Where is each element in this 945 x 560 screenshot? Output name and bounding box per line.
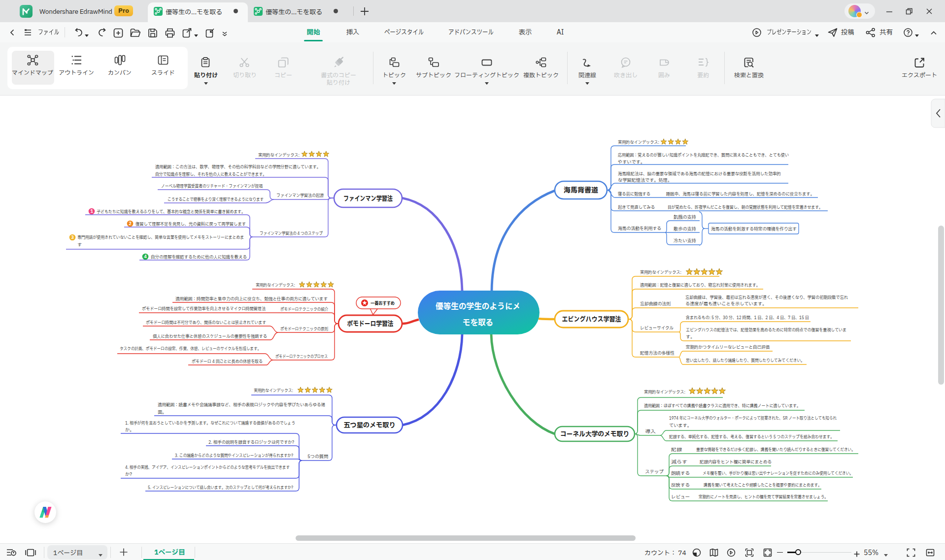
svg-text:か?: か?: [125, 471, 132, 478]
svg-text:す: す: [77, 241, 82, 248]
svg-text:レビュー: レビュー: [671, 494, 690, 500]
svg-text:2: 2: [129, 220, 132, 227]
svg-text:ポモドーロテクニックのプロセス: ポモドーロテクニックのプロセス: [275, 353, 328, 360]
svg-text:こうすることで物事をより深く理解できるようになります: こうすることで物事をより深く理解できるようになります: [168, 196, 264, 203]
svg-text:散歩の支持: 散歩の支持: [674, 226, 696, 232]
svg-text:ポモドーロテクニックの紹介: ポモドーロテクニックの紹介: [280, 306, 329, 313]
svg-text:海馬背書道: 海馬背書道: [564, 185, 598, 196]
svg-text:1: 1: [90, 208, 93, 215]
svg-text:忘却曲線は、学習後、最初は忘れる速度が速く、その後遅くなり、: 忘却曲線は、学習後、最初は忘れる速度が速く、その後遅くなり、学習の初期段階で忘れ: [685, 294, 848, 301]
svg-text:5つの質問: 5つの質問: [307, 453, 328, 460]
svg-text:含まれるもの: 5 分、30 分、12 時間、1 日、2 日: 含まれるもの: 5 分、30 分、12 時間、1 日、2 日、4 日、7 日、1…: [686, 314, 809, 321]
svg-text:モを取る: モを取る: [463, 317, 493, 329]
svg-text:自分で知識点を理解し、それを他の人に教えることができます。: 自分で知識点を理解し、それを他の人に教えることができます。: [155, 171, 267, 178]
svg-text:優等生の学生のようにメ: 優等生の学生のようにメ: [436, 300, 520, 313]
svg-text:起きて見直してみる: 起きて見直してみる: [618, 204, 655, 211]
svg-text:記憶方法の多様性: 記憶方法の多様性: [640, 350, 675, 357]
svg-text:ポモドーロ時間は不可分であり、関係のないことは禁止されていま: ポモドーロ時間は不可分であり、関係のないことは禁止されています: [146, 319, 266, 326]
svg-text:4. 相手の実践、アイデア、インスピレーションポイントからど: 4. 相手の実践、アイデア、インスピレーションポイントからどのような思考モデルを…: [125, 464, 290, 471]
svg-text:子どもたちに知識を教えるふりをして、基本的な概念と関係を簡単: 子どもたちに知識を教えるふりをして、基本的な概念と関係を簡単に書き留めます。: [97, 208, 245, 215]
svg-text:レビューサイクル: レビューサイクル: [640, 325, 674, 331]
svg-text:ファインマン学習法: ファインマン学習法: [343, 194, 393, 204]
svg-text:専門用語が使用されていないことを確認し、簡単な言葉を使用して: 専門用語が使用されていないことを確認し、簡単な言葉を使用してメモをストーリーにま…: [77, 234, 244, 241]
svg-text:実用的なインデックス:: 実用的なインデックス:: [618, 139, 659, 146]
svg-text:海馬の活動を利用する: 海馬の活動を利用する: [618, 225, 661, 232]
svg-text:実用的なインデックス:: 実用的なインデックス:: [256, 282, 295, 289]
svg-text:実用的なインデックス:: 実用的なインデックス:: [640, 269, 681, 276]
svg-text:実用的なインデックス:: 実用的なインデックス:: [254, 387, 293, 394]
svg-text:適用範囲：時間効率と集中力の向上に役立ち、勉強と仕事の両方に: 適用範囲：時間効率と集中力の向上に役立ち、勉強と仕事の両方に適しています: [175, 296, 328, 302]
svg-text:5. インスピレーションについて話し合います。次のステップと: 5. インスピレーションについて話し合います。次のステップとして何が考えられます…: [148, 484, 293, 491]
svg-text:適用範囲：この方法は、数学、物理学、その他の科学科目などの学: 適用範囲：この方法は、数学、物理学、その他の科学科目などの学問分野に適しています…: [155, 164, 321, 170]
svg-text:やすいです。: やすいです。: [618, 159, 645, 165]
svg-text:コーネル大学のメモ取り: コーネル大学のメモ取り: [560, 429, 629, 439]
svg-text:面。: 面。: [158, 409, 167, 416]
svg-text:ポモドーロテクニックの原則: ポモドーロテクニックの原則: [280, 326, 328, 332]
svg-text:ファインマン学習法の起源: ファインマン学習法の起源: [276, 192, 324, 199]
svg-text:タスクの計画、ポモドーロの設定、作業、休憩、レビューのサイク: タスクの計画、ポモドーロの設定、作業、休憩、レビューのサイクルを形成します。: [120, 345, 261, 352]
svg-text:飢餓の支持: 飢餓の支持: [674, 214, 696, 221]
svg-text:応用範囲：覚えるのが難しい知識ポイントを丸暗記でき、質問に答: 応用範囲：覚えるのが難しい知識ポイントを丸暗記でき、質問に答えることもでき、とて…: [618, 152, 789, 159]
svg-text:す。: す。: [686, 333, 695, 340]
svg-text:1974 年にコーネル大学のウォルター・ポークによって提案さ: 1974 年にコーネル大学のウォルター・ポークによって提案された、5R ノート取…: [669, 415, 837, 422]
svg-text:実用的なインデックス:: 実用的なインデックス:: [644, 389, 685, 395]
svg-text:朗読する: 朗読する: [671, 470, 690, 477]
svg-text:エビングハウス学習法: エビングハウス学習法: [562, 314, 621, 325]
svg-text:目が覚めたら、昨夜学んだことを復習し、朝の覚醒状態を利用して: 目が覚めたら、昨夜学んだことを復習し、朝の覚醒状態を利用して記憶を定着させます。: [668, 204, 823, 211]
svg-text:適用範囲：読書メモや会議議事録など、相手の表現ロジックや内容: 適用範囲：読書メモや会議議事録など、相手の表現ロジックや内容を学びたいあらゆる場: [158, 401, 325, 408]
svg-text:る速度が最も速いことを示しています。: る速度が最も速いことを示しています。: [685, 300, 767, 307]
svg-text:2. 相手の説明を録音するロジックは何ですか?: 2. 相手の説明を録音するロジックは何ですか?: [208, 439, 294, 446]
svg-text:講義を聞いて考えたことや経験したことを概要や要約にまとめます: 講義を聞いて考えたことや経験したことを概要や要約にまとめます。: [704, 482, 822, 489]
svg-text:3. この議論からどのような質問やインスピレーションが得られ: 3. この議論からどのような質問やインスピレーションが得られますか?: [175, 452, 293, 459]
svg-text:定期的にノートを見直し、ヒントの欄を見て学習結果を定着させま: 定期的にノートを見直し、ヒントの欄を見て学習結果を定着させましょう。: [699, 494, 828, 500]
svg-text:ポモドーロ時間を設定して作業効率を向上させるマイクロ時間管理: ポモドーロ時間を設定して作業効率を向上させるマイクロ時間管理法: [142, 305, 266, 312]
svg-text:思い出したり、話したり議論したり、質問したりしてみてください: 思い出したり、話したり議論したり、質問したりしてみてください。: [686, 357, 805, 364]
svg-text:自分の理解を確認するために他の人に知識を教える: 自分の理解を確認するために他の人に知識を教える: [151, 254, 247, 261]
svg-text:導入: 導入: [645, 428, 656, 435]
svg-text:エビングハウスの記憶法では、記憶効果を高めるために特定の時点: エビングハウスの記憶法では、記憶効果を高めるために特定の時点での復習を重視してい…: [686, 327, 846, 333]
svg-text:睡眠中、海馬は寝る前に学習した内容を処理し、記憶を深めるのに: 睡眠中、海馬は寝る前に学習した内容を処理し、記憶を深めるのに役立ちます。: [666, 191, 814, 198]
svg-text:ポモドーロ 4 回ごとに長めの休憩を取る: ポモドーロ 4 回ごとに長めの休憩を取る: [192, 358, 263, 365]
svg-text:メモ欄を覆い、手がかり欄は思い出やナレーションを促すためにの: メモ欄を覆い、手がかり欄は思い出やナレーションを促すためにのみ使用してください。: [703, 470, 853, 477]
svg-text:反映する: 反映する: [671, 482, 690, 489]
svg-text:海馬の活動を刺激する特定の環境を作り出す: 海馬の活動を刺激する特定の環境を作り出す: [711, 226, 797, 232]
svg-text:ファインマン学習法の 4 つのステップ: ファインマン学習法の 4 つのステップ: [260, 230, 323, 237]
svg-text:重要な情報をできるだけ多く記録し、講義を聞いたり読んだりする: 重要な情報をできるだけ多く記録し、講義を聞いたり読んだりするときに復習してくださ…: [696, 446, 855, 453]
svg-text:冷たい支持: 冷たい支持: [674, 237, 696, 244]
svg-text:1. 相手が何を言おうとしているかを予測します。なぜこれにつ: 1. 相手が何を言おうとしているかを予測します。なぜこれについて議論する価値があ…: [125, 420, 295, 427]
svg-text:忘却曲線の法則: 忘却曲線の法則: [640, 300, 671, 307]
svg-text:適用範囲：ほぼすべての講義や読書クラスに適用でき、特に講義ノ: 適用範囲：ほぼすべての講義や読書クラスに適用でき、特に講義ノートに適しています。: [644, 402, 801, 409]
svg-text:五つ星のメモ取り: 五つ星のメモ取り: [344, 420, 396, 430]
svg-text:個人に合わせた仕事と休憩のスケジュールの重要性を強調する: 個人に合わせた仕事と休憩のスケジュールの重要性を強調する: [153, 333, 267, 340]
svg-text:4: 4: [144, 253, 147, 260]
svg-text:記録する、単純化する、記憶する、考える、復習するという 5: 記録する、単純化する、記憶する、考える、復習するという 5 つのステップを組み合…: [669, 433, 834, 440]
svg-text:適用範囲：記憶と復習に適しており、物忘れ対策に使用されます。: 適用範囲：記憶と復習に適しており、物忘れ対策に使用されます。: [640, 282, 760, 289]
svg-text:実用的なインデックス:: 実用的なインデックス:: [258, 152, 300, 159]
svg-text:ポモドーロ学習法: ポモドーロ学習法: [347, 319, 394, 329]
svg-text:な学習記憶法です。処理。: な学習記憶法です。処理。: [618, 177, 672, 184]
svg-text:記録内容をヒント欄に簡単にまとめる: 記録内容をヒント欄に簡単にまとめる: [700, 459, 772, 465]
svg-text:定期的かつタイムリーなレビューと自己評価: 定期的かつタイムリーなレビューと自己評価: [686, 344, 770, 351]
svg-text:か。: か。: [125, 427, 134, 433]
svg-text:3: 3: [71, 234, 74, 241]
svg-text:ステップ: ステップ: [645, 468, 664, 475]
svg-text:一番おすすめ: 一番おすすめ: [371, 300, 395, 307]
svg-text:減らす: 減らす: [671, 459, 687, 465]
svg-text:寝る前に勉強する: 寝る前に勉強する: [618, 191, 650, 198]
svg-text:ています。: ています。: [669, 422, 692, 429]
svg-text:復習して理解不足を発見し、元の資料に戻って再学習します: 復習して理解不足を発見し、元の資料に戻って再学習します: [135, 221, 246, 228]
svg-text:記録: 記録: [671, 446, 682, 453]
svg-text:ノーベル物理学賞受賞者のリチャード・ファインマンが提唱: ノーベル物理学賞受賞者のリチャード・ファインマンが提唱: [161, 183, 263, 190]
svg-text:海馬暗記法は、脳の重要な領域である海馬の記憶における重要な役: 海馬暗記法は、脳の重要な領域である海馬の記憶における重要な役割を活用した効率的: [618, 170, 781, 177]
